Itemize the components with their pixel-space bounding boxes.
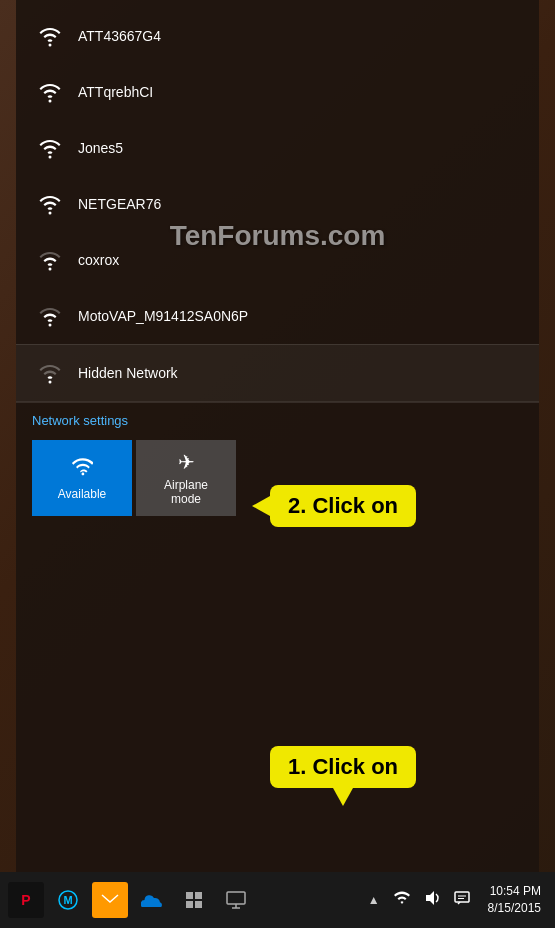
tray-volume-icon[interactable] [420, 888, 444, 912]
clock-time: 10:54 PM [488, 883, 541, 900]
tray-wifi-icon[interactable] [390, 889, 414, 911]
network-name: NETGEAR76 [78, 196, 161, 212]
network-settings-link[interactable]: Network settings [32, 413, 523, 428]
svg-marker-17 [426, 891, 434, 905]
taskbar: P M [0, 872, 555, 928]
callout-2: 2. Click on [270, 485, 416, 527]
wifi-signal-icon [36, 22, 64, 50]
svg-point-1 [49, 100, 52, 103]
tray-message-icon[interactable] [450, 888, 474, 912]
svg-point-3 [49, 212, 52, 215]
svg-rect-10 [186, 892, 193, 899]
svg-point-5 [49, 324, 52, 327]
svg-rect-13 [195, 901, 202, 908]
taskbar-email-icon[interactable] [92, 882, 128, 918]
taskbar-onedrive-icon[interactable] [134, 882, 170, 918]
callout-1: 1. Click on [270, 746, 416, 788]
wifi-signal-icon [36, 134, 64, 162]
wifi-signal-icon [36, 359, 64, 387]
network-name: Hidden Network [78, 365, 178, 381]
svg-point-2 [49, 156, 52, 159]
wifi-tile-icon [71, 456, 93, 483]
svg-rect-18 [455, 892, 469, 902]
network-item[interactable]: ATT43667G4 [16, 8, 539, 64]
svg-text:M: M [63, 894, 72, 906]
svg-point-0 [49, 44, 52, 47]
airplane-tile-label: Airplane mode [150, 478, 222, 506]
taskbar-pinterest-icon[interactable]: P [8, 882, 44, 918]
svg-point-4 [49, 268, 52, 271]
tray-expand-icon[interactable]: ▲ [364, 891, 384, 909]
clock-date: 8/15/2015 [488, 900, 541, 917]
network-name: coxrox [78, 252, 119, 268]
clock[interactable]: 10:54 PM 8/15/2015 [482, 883, 547, 917]
svg-rect-11 [195, 892, 202, 899]
taskbar-grid-icon[interactable] [176, 882, 212, 918]
network-item[interactable]: Hidden Network [16, 344, 539, 401]
wifi-signal-icon [36, 190, 64, 218]
network-name: ATT43667G4 [78, 28, 161, 44]
svg-point-6 [49, 381, 52, 384]
network-item[interactable]: coxrox [16, 232, 539, 288]
airplane-tile[interactable]: ✈ Airplane mode [136, 440, 236, 516]
network-name: Jones5 [78, 140, 123, 156]
taskbar-right: ▲ 10:54 PM [364, 883, 547, 917]
wifi-signal-icon [36, 78, 64, 106]
network-name: MotoVAP_M91412SA0N6P [78, 308, 248, 324]
taskbar-left: P M [8, 882, 364, 918]
wifi-tile-label: Available [58, 487, 106, 501]
network-name: ATTqrebhCI [78, 84, 153, 100]
wifi-signal-icon [36, 246, 64, 274]
wifi-signal-icon [36, 302, 64, 330]
svg-rect-14 [227, 892, 245, 904]
airplane-tile-icon: ✈ [178, 450, 195, 474]
network-item[interactable]: ATTqrebhCI [16, 64, 539, 120]
taskbar-monitor-icon[interactable] [218, 882, 254, 918]
network-item[interactable]: NETGEAR76 [16, 176, 539, 232]
network-item[interactable]: Jones5 [16, 120, 539, 176]
system-tray: ▲ [364, 888, 474, 912]
wifi-tile[interactable]: Available [32, 440, 132, 516]
network-item[interactable]: MotoVAP_M91412SA0N6P [16, 288, 539, 344]
svg-rect-12 [186, 901, 193, 908]
taskbar-malwarebytes-icon[interactable]: M [50, 882, 86, 918]
network-list: ATT43667G4 ATTqrebhCI Jones5 NETGEAR76 c… [16, 0, 539, 872]
wifi-panel: ATT43667G4 ATTqrebhCI Jones5 NETGEAR76 c… [16, 0, 539, 872]
